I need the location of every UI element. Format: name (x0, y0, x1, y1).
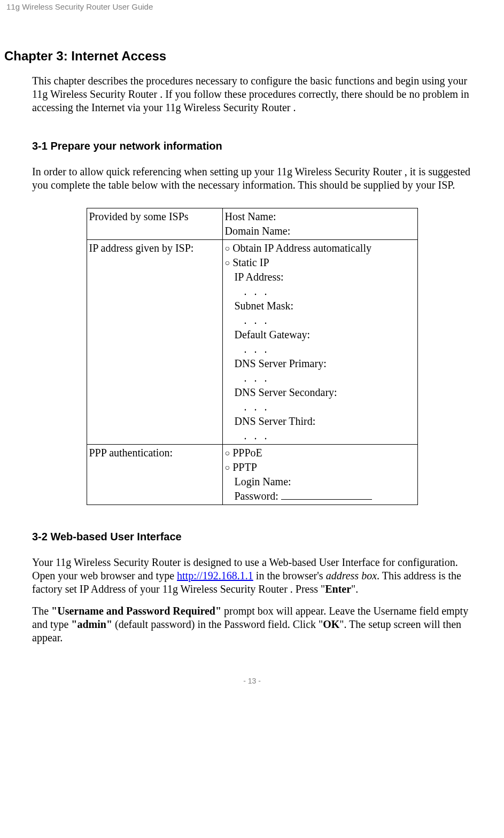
password-blank-line (281, 490, 372, 500)
page-footer: - 13 - (0, 677, 504, 690)
radio-icon: ○︎ (225, 258, 230, 267)
section-3-2-body-p1: Your 11g Wireless Security Router is des… (32, 556, 472, 596)
opt-pppoe: PPPoE (232, 447, 262, 459)
ip-dots: ... (225, 285, 275, 297)
opt-obtain-auto: Obtain IP Address automatically (232, 242, 371, 254)
ip-address-label: IP Address: (225, 270, 415, 284)
ip-dots: ... (225, 401, 275, 413)
domain-name-label: Domain Name: (225, 225, 291, 237)
prompt-bold: "Username and Password Required" (51, 605, 221, 617)
ip-dots: ... (225, 430, 275, 441)
cell-ppp-auth: PPP authentication: (87, 445, 222, 505)
table-row: IP address given by ISP: ○︎ Obtain IP Ad… (87, 240, 417, 445)
cell-ip-given-by-isp: IP address given by ISP: (87, 240, 222, 445)
chapter-title: Chapter 3: Internet Access (4, 49, 472, 64)
text: ". (351, 583, 358, 595)
section-3-2-title: 3-2 Web-based User Interface (32, 531, 472, 543)
cell-ppp-options: ○︎ PPPoE ○︎ PPTP Login Name: Password: (222, 445, 417, 505)
host-name-label: Host Name: (225, 211, 276, 222)
cell-ip-options: ○︎ Obtain IP Address automatically ○︎ St… (222, 240, 417, 445)
text: The (32, 605, 51, 617)
table-row: Provided by some ISPs Host Name: Domain … (87, 208, 417, 240)
ok-bold: OK (323, 618, 339, 630)
admin-bold: "admin" (71, 618, 112, 630)
section-3-2-body-p2: The "Username and Password Required" pro… (32, 604, 472, 645)
opt-static-ip: Static IP (232, 257, 269, 268)
dns-secondary-label: DNS Server Secondary: (225, 385, 415, 400)
password-label: Password: (235, 490, 281, 502)
router-url-link[interactable]: http://192.168.1.1 (177, 570, 253, 581)
chapter-intro: This chapter describes the procedures ne… (32, 74, 472, 114)
dns-third-label: DNS Server Third: (225, 414, 415, 429)
opt-pptp: PPTP (232, 461, 257, 473)
page-header: 11g Wireless Security Router User Guide (0, 0, 504, 11)
default-gateway-label: Default Gateway: (225, 328, 415, 342)
enter-bold: Enter (325, 583, 351, 595)
text: (default password) in the Password field… (112, 618, 323, 630)
subnet-mask-label: Subnet Mask: (225, 299, 415, 313)
radio-icon: ○︎ (225, 448, 230, 457)
radio-icon: ○︎ (225, 244, 230, 253)
table-row: PPP authentication: ○︎ PPPoE ○︎ PPTP Log… (87, 445, 417, 505)
login-name-label: Login Name: (225, 475, 415, 489)
ip-dots: ... (225, 372, 275, 384)
isp-info-table: Provided by some ISPs Host Name: Domain … (87, 208, 418, 505)
cell-provided-by-isps: Provided by some ISPs (87, 208, 222, 240)
ip-dots: ... (225, 343, 275, 355)
section-3-1-body: In order to allow quick referencing when… (32, 165, 472, 192)
ip-dots: ... (225, 314, 275, 326)
address-box-italic: address box (326, 570, 377, 581)
cell-host-domain: Host Name: Domain Name: (222, 208, 417, 240)
dns-primary-label: DNS Server Primary: (225, 356, 415, 371)
text: in the browser's (253, 570, 326, 581)
section-3-1-title: 3-1 Prepare your network information (32, 140, 472, 152)
radio-icon: ○︎ (225, 463, 230, 472)
